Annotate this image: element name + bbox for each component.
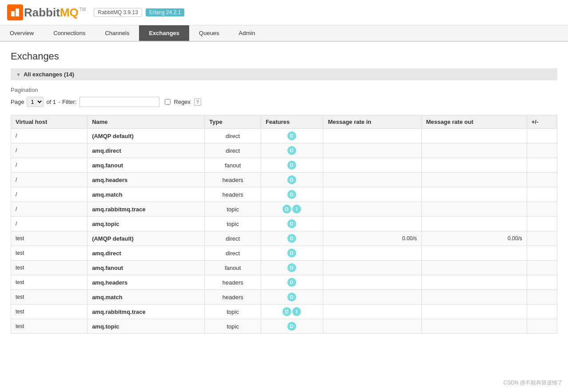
cell-rate-out: 0.00/s [421, 231, 527, 246]
cell-rate-out [421, 158, 527, 173]
nav-overview[interactable]: Overview [0, 25, 44, 41]
feature-badge: D [287, 175, 296, 184]
table-row: testamq.headersheadersD [11, 275, 557, 290]
cell-plus-minus [527, 129, 557, 143]
cell-name[interactable]: amq.match [87, 290, 205, 305]
cell-features: D [261, 217, 323, 231]
cell-rate-in [323, 173, 421, 187]
cell-name[interactable]: (AMQP default) [87, 231, 205, 246]
section-arrow-icon: ▼ [16, 72, 21, 77]
cell-rate-in [323, 129, 421, 143]
version-badge: RabbitMQ 3.9.13 [94, 8, 142, 17]
cell-rate-in [323, 261, 421, 275]
cell-rate-out [421, 217, 527, 231]
cell-name[interactable]: amq.rabbitmq.trace [87, 202, 205, 217]
feature-badge: D [287, 161, 296, 170]
cell-type: headers [205, 173, 261, 187]
cell-features: D [261, 129, 323, 143]
header: RabbitMQTM RabbitMQ 3.9.13 Erlang 24.2.1 [0, 0, 568, 25]
cell-features: D [261, 290, 323, 305]
cell-features: D [261, 261, 323, 275]
cell-features: D [261, 275, 323, 290]
nav-exchanges[interactable]: Exchanges [139, 25, 189, 41]
cell-plus-minus [527, 217, 557, 231]
svg-rect-0 [11, 11, 15, 16]
feature-badge: I [292, 307, 301, 316]
cell-name[interactable]: amq.match [87, 187, 205, 202]
section-header[interactable]: ▼ All exchanges (14) [11, 68, 557, 80]
col-name: Name [87, 115, 205, 129]
cell-name[interactable]: amq.direct [87, 143, 205, 158]
cell-plus-minus [527, 275, 557, 290]
svg-rect-1 [16, 8, 19, 16]
cell-vhost: / [11, 202, 87, 217]
nav-admin[interactable]: Admin [229, 25, 265, 41]
cell-rate-in [323, 246, 421, 261]
cell-name[interactable]: amq.fanout [87, 261, 205, 275]
regex-checkbox[interactable] [165, 99, 171, 105]
filter-input[interactable] [79, 97, 159, 107]
cell-plus-minus [527, 319, 557, 334]
cell-type: topic [205, 319, 261, 334]
cell-name[interactable]: amq.headers [87, 275, 205, 290]
cell-rate-out [421, 261, 527, 275]
logo-tm: TM [79, 7, 86, 12]
cell-name[interactable]: amq.topic [87, 319, 205, 334]
cell-plus-minus [527, 158, 557, 173]
cell-rate-in [323, 305, 421, 319]
cell-type: topic [205, 217, 261, 231]
table-row: testamq.matchheadersD [11, 290, 557, 305]
cell-type: headers [205, 187, 261, 202]
col-rate-out: Message rate out [421, 115, 527, 129]
exchanges-table: Virtual host Name Type Features Message … [11, 115, 557, 334]
logo: RabbitMQTM [7, 4, 86, 20]
logo-icon [7, 4, 23, 20]
cell-name[interactable]: amq.headers [87, 173, 205, 187]
table-row: /amq.fanoutfanoutD [11, 158, 557, 173]
page-select[interactable]: 1 [27, 97, 44, 107]
cell-features: D [261, 231, 323, 246]
cell-plus-minus [527, 231, 557, 246]
cell-rate-out [421, 129, 527, 143]
table-row: test(AMQP default)directD0.00/s0.00/s [11, 231, 557, 246]
regex-label: Regex [174, 99, 191, 105]
cell-rate-out [421, 290, 527, 305]
cell-name[interactable]: amq.fanout [87, 158, 205, 173]
table-row: /(AMQP default)directD [11, 129, 557, 143]
nav-queues[interactable]: Queues [189, 25, 229, 41]
page-text: Page [11, 99, 24, 105]
cell-rate-in [323, 290, 421, 305]
cell-rate-in [323, 202, 421, 217]
nav-channels[interactable]: Channels [95, 25, 139, 41]
cell-vhost: / [11, 129, 87, 143]
cell-name[interactable]: amq.topic [87, 217, 205, 231]
filter-label: - Filter: [59, 99, 76, 105]
cell-vhost: test [11, 290, 87, 305]
cell-type: direct [205, 129, 261, 143]
cell-plus-minus [527, 290, 557, 305]
cell-name[interactable]: (AMQP default) [87, 129, 205, 143]
feature-badge: D [287, 131, 296, 140]
feature-badge: D [287, 234, 296, 243]
cell-vhost: test [11, 305, 87, 319]
feature-badge: D [287, 278, 296, 287]
table-row: /amq.headersheadersD [11, 173, 557, 187]
cell-vhost: / [11, 173, 87, 187]
cell-vhost: / [11, 187, 87, 202]
cell-rate-in [323, 217, 421, 231]
regex-help-icon[interactable]: ? [194, 99, 201, 106]
cell-rate-out [421, 246, 527, 261]
cell-type: direct [205, 246, 261, 261]
cell-rate-out [421, 187, 527, 202]
cell-features: DI [261, 202, 323, 217]
col-rate-in: Message rate in [323, 115, 421, 129]
cell-name[interactable]: amq.direct [87, 246, 205, 261]
nav-connections[interactable]: Connections [44, 25, 95, 41]
cell-vhost: test [11, 319, 87, 334]
cell-name[interactable]: amq.rabbitmq.trace [87, 305, 205, 319]
cell-features: D [261, 246, 323, 261]
cell-type: direct [205, 143, 261, 158]
table-row: /amq.topictopicD [11, 217, 557, 231]
logo-mq: MQ [60, 6, 79, 20]
table-row: /amq.rabbitmq.tracetopicDI [11, 202, 557, 217]
